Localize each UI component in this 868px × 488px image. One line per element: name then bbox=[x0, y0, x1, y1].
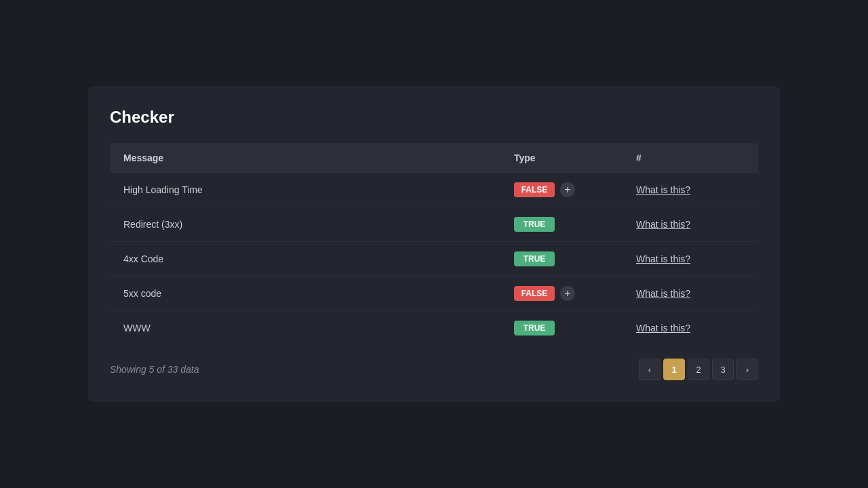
table-row: Redirect (3xx)TRUEWhat is this? bbox=[110, 207, 758, 242]
what-is-link[interactable]: What is this? bbox=[636, 219, 690, 230]
page-title: Checker bbox=[110, 108, 758, 127]
cell-message: 5xx code bbox=[110, 277, 500, 311]
table-row: WWWTRUEWhat is this? bbox=[110, 311, 758, 346]
pagination-page-3[interactable]: 3 bbox=[712, 359, 734, 380]
table-footer: Showing 5 of 33 data ‹ 1 2 3 › bbox=[110, 359, 758, 380]
cell-hash: What is this? bbox=[623, 242, 758, 277]
what-is-link[interactable]: What is this? bbox=[636, 288, 690, 299]
what-is-link[interactable]: What is this? bbox=[636, 253, 690, 264]
cell-hash: What is this? bbox=[623, 277, 758, 311]
plus-icon[interactable]: + bbox=[560, 182, 575, 197]
table-row: 4xx CodeTRUEWhat is this? bbox=[110, 242, 758, 277]
pagination-prev[interactable]: ‹ bbox=[639, 359, 660, 380]
cell-message: High Loading Time bbox=[110, 173, 500, 207]
pagination-page-1[interactable]: 1 bbox=[663, 359, 685, 380]
table-row: 5xx codeFALSE+What is this? bbox=[110, 277, 758, 311]
cell-type: FALSE+ bbox=[500, 277, 623, 311]
pagination-page-2[interactable]: 2 bbox=[688, 359, 709, 380]
cell-message: 4xx Code bbox=[110, 242, 500, 277]
cell-type: FALSE+ bbox=[500, 173, 623, 207]
cell-hash: What is this? bbox=[623, 173, 758, 207]
cell-hash: What is this? bbox=[623, 311, 758, 346]
type-badge: FALSE bbox=[514, 182, 555, 197]
type-badge: TRUE bbox=[514, 251, 555, 266]
cell-message: Redirect (3xx) bbox=[110, 207, 500, 242]
cell-hash: What is this? bbox=[623, 207, 758, 242]
cell-type: TRUE bbox=[500, 242, 623, 277]
cell-message: WWW bbox=[110, 311, 500, 346]
what-is-link[interactable]: What is this? bbox=[636, 323, 690, 333]
what-is-link[interactable]: What is this? bbox=[636, 184, 690, 195]
type-badge: TRUE bbox=[514, 321, 555, 336]
showing-text: Showing 5 of 33 data bbox=[110, 364, 199, 375]
table-row: High Loading TimeFALSE+What is this? bbox=[110, 173, 758, 207]
checker-table: Message Type # High Loading TimeFALSE+Wh… bbox=[110, 143, 758, 345]
col-header-type: Type bbox=[500, 143, 623, 173]
col-header-hash: # bbox=[623, 143, 758, 173]
cell-type: TRUE bbox=[500, 311, 623, 346]
pagination: ‹ 1 2 3 › bbox=[639, 359, 758, 380]
col-header-message: Message bbox=[110, 143, 500, 173]
table-wrapper: Message Type # High Loading TimeFALSE+Wh… bbox=[110, 143, 758, 345]
plus-icon[interactable]: + bbox=[560, 286, 575, 301]
type-badge: TRUE bbox=[514, 217, 555, 232]
table-header-row: Message Type # bbox=[110, 143, 758, 173]
cell-type: TRUE bbox=[500, 207, 623, 242]
main-container: Checker Message Type # High Loading Time… bbox=[88, 86, 780, 402]
pagination-next[interactable]: › bbox=[736, 359, 758, 380]
type-badge: FALSE bbox=[514, 286, 555, 301]
